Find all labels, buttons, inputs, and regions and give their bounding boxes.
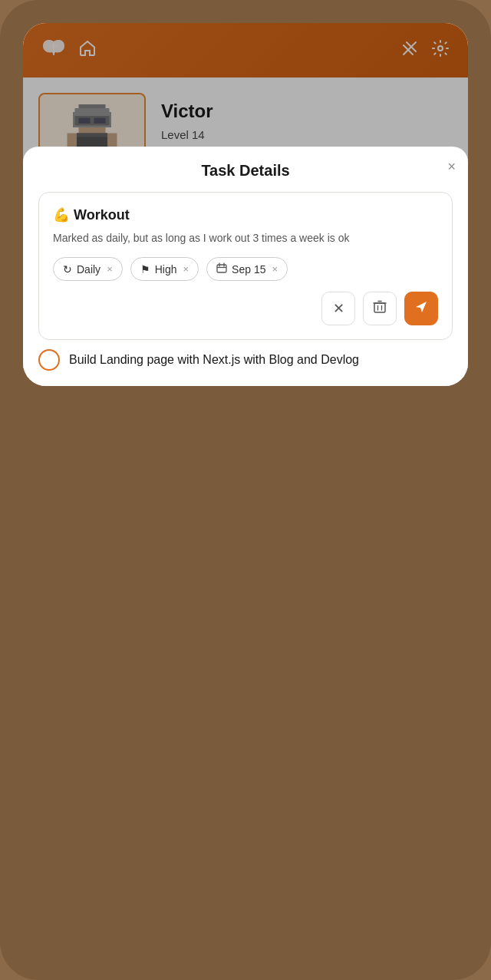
tag-date-label: Sep 15 [232,263,265,276]
tag-date-remove[interactable]: × [272,263,278,275]
modal-actions: ✕ [53,292,438,325]
svg-rect-32 [374,303,385,312]
tag-high-remove[interactable]: × [183,263,189,275]
tag-daily-label: Daily [77,263,101,276]
bottom-task-label: Build Landing page with Next.js with Blo… [69,353,359,367]
submit-button[interactable] [404,292,438,325]
calendar-icon [216,262,227,276]
phone-shell: Victor Level 14 Power: 106 Defense: 106 … [0,0,491,980]
modal-task-name: 💪 Workout [53,206,438,223]
flag-icon: ⚑ [140,263,150,276]
modal-tag-date[interactable]: Sep 15 × [206,257,288,281]
tag-daily-remove[interactable]: × [107,263,113,275]
task-details-modal: × Task Details 💪 Workout Marked as daily… [23,147,468,386]
trash-icon [373,300,387,318]
bottom-task-item: Build Landing page with Next.js with Blo… [38,349,453,371]
modal-tag-high[interactable]: ⚑ High × [130,257,199,281]
tag-high-label: High [155,263,177,276]
modal-close-button[interactable]: × [447,159,456,175]
svg-rect-28 [217,265,226,272]
modal-card: 💪 Workout Marked as daily, but as long a… [38,192,453,340]
send-icon [414,300,428,318]
repeat-icon: ↻ [63,263,72,276]
modal-task-desc: Marked as daily, but as long as I work o… [53,231,438,246]
modal-overlay: × Task Details 💪 Workout Marked as daily… [23,23,468,386]
modal-title: Task Details [38,162,453,180]
cancel-icon: ✕ [333,300,344,317]
modal-tag-daily[interactable]: ↻ Daily × [53,257,123,281]
modal-tags: ↻ Daily × ⚑ High × [53,257,438,281]
app-container: Victor Level 14 Power: 106 Defense: 106 … [23,23,468,386]
bottom-task-checkbox[interactable] [38,349,60,371]
delete-button[interactable] [363,292,397,325]
cancel-button[interactable]: ✕ [321,292,355,325]
